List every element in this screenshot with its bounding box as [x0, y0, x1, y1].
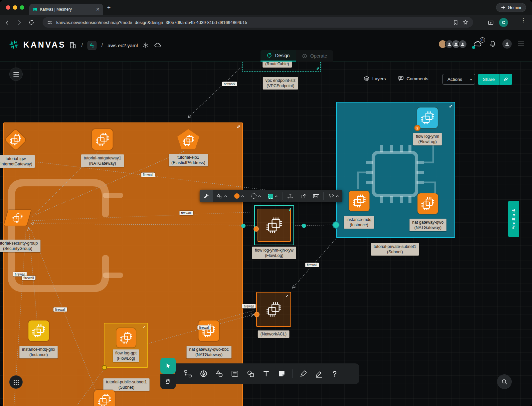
node-flow-log-yhm[interactable]: 2 flow log-yhm (FlowLog) [413, 107, 442, 145]
node-internet-gateway[interactable]: tutorial-igw (InternetGateway) [0, 129, 35, 168]
pen-tool[interactable] [298, 369, 308, 379]
avatar[interactable] [458, 40, 467, 49]
node-partial[interactable] [94, 390, 115, 406]
site-settings-icon[interactable] [47, 20, 52, 25]
layers-button[interactable]: Layers [364, 76, 386, 82]
add-image-button[interactable] [309, 190, 322, 202]
edge-label[interactable]: network [222, 82, 237, 86]
pan-tool-button[interactable] [160, 374, 176, 389]
node-elastic-ip[interactable]: tutorial-eip1 (ElasticIPAddress) [169, 129, 208, 166]
node-instance-mdq[interactable]: instance-mdq (Instance) [344, 191, 374, 229]
browser-menu-icon[interactable]: ⋮ [521, 19, 526, 21]
apps-grid-button[interactable] [9, 375, 23, 389]
pencil-tool[interactable] [314, 369, 324, 379]
resize-text-button[interactable] [283, 190, 297, 202]
back-button[interactable] [3, 18, 12, 27]
save-bookmark-icon[interactable] [453, 20, 458, 25]
connection-handle[interactable] [102, 365, 107, 370]
node-flow-log-selected[interactable] [254, 205, 294, 245]
reload-button[interactable] [27, 18, 36, 27]
cloud-sync-icon[interactable] [154, 41, 162, 49]
border-style-button[interactable] [248, 190, 265, 202]
node-label[interactable]: (NetworkACL) [258, 330, 289, 338]
resize-handle-icon[interactable] [449, 104, 453, 108]
shapes-tool[interactable] [214, 369, 224, 379]
copy-link-button[interactable] [499, 74, 512, 85]
design-canvas[interactable]: (RouteTable) vpc endpoint-slz (VPCEndpoi… [0, 62, 532, 406]
kubernetes-tool[interactable] [199, 369, 209, 379]
node-instance-gnx[interactable]: instance-mdq-gnx (Instance) [19, 320, 58, 358]
minimize-window-button[interactable] [13, 5, 17, 10]
shape-picker-button[interactable] [213, 190, 231, 202]
star-icon[interactable] [462, 19, 468, 25]
zoom-button[interactable] [497, 374, 512, 389]
edge-label[interactable]: firewall [197, 325, 211, 330]
install-app-icon[interactable] [486, 18, 495, 28]
node-label[interactable]: (RouteTable) [263, 62, 292, 68]
browser-profile-avatar[interactable]: C [499, 18, 508, 27]
resize-handle-icon[interactable] [142, 325, 146, 329]
new-tab-button[interactable]: + [107, 5, 111, 11]
provider-status-icon[interactable]: 0 [473, 40, 483, 48]
edge-handle[interactable] [302, 224, 306, 228]
edge-label[interactable]: firewall [22, 276, 35, 280]
resize-handle-icon[interactable] [285, 294, 289, 298]
edge-handle[interactable] [241, 224, 246, 228]
cursor-tool-button[interactable] [160, 358, 176, 374]
connection-handle[interactable] [332, 221, 340, 229]
feedback-tab[interactable]: Feedback [508, 201, 519, 237]
actions-button[interactable]: Actions [443, 74, 467, 84]
share-button[interactable]: Share [478, 74, 499, 85]
forward-button[interactable] [15, 18, 24, 27]
browser-tab[interactable]: Kanvas | Meshery ✕ [29, 4, 103, 15]
edge-label[interactable]: firewall [53, 307, 67, 312]
organization-icon[interactable] [69, 42, 77, 49]
tab-design[interactable]: Design [261, 50, 296, 62]
tab-operate[interactable]: Operate [296, 50, 333, 62]
resize-handle-icon[interactable] [288, 208, 292, 211]
node-nat-gateway-1[interactable]: tutorial-natgateway1 (NATGateway) [81, 129, 124, 167]
node-label[interactable]: vpc endpoint-slz (VPCEndpoint) [263, 77, 298, 90]
connection-handle[interactable] [254, 226, 259, 232]
node-label[interactable]: tutorial-public-subnet1 (Subnet) [103, 378, 150, 391]
close-window-button[interactable] [6, 5, 10, 10]
node-label[interactable]: tutorial-private-subnet1 (Subnet) [371, 243, 419, 256]
address-bar[interactable]: kanvas.new/extension/meshmap?mode=design… [43, 17, 473, 28]
help-button[interactable] [330, 369, 340, 379]
tab-close-icon[interactable]: ✕ [96, 7, 100, 12]
selection-style-button[interactable] [265, 190, 281, 202]
configure-tool-button[interactable] [200, 190, 213, 202]
resize-handle-icon[interactable] [237, 125, 241, 129]
comments-button[interactable]: Comments [398, 76, 428, 82]
connection-handle[interactable] [254, 312, 260, 317]
maximize-window-button[interactable] [20, 5, 24, 10]
node-nat-gateway-qwo[interactable]: nat gateway-qwo (NATGateway) [410, 193, 446, 231]
fill-color-button[interactable] [231, 190, 248, 202]
lasso-tool-button[interactable] [325, 190, 342, 202]
text-tool[interactable] [261, 369, 271, 379]
edge-label[interactable]: firewall [305, 263, 319, 267]
actions-dropdown-arrow[interactable]: ▾ [467, 74, 475, 84]
design-file-name[interactable]: aws ec2.yaml [108, 43, 138, 48]
kanvas-logo[interactable]: KANVAS [9, 39, 66, 50]
media-tool[interactable] [246, 369, 256, 379]
notes-tool[interactable] [230, 369, 240, 379]
gemini-button[interactable]: Gemini [496, 3, 526, 12]
edge-label[interactable]: firewall [179, 211, 193, 215]
node-security-group[interactable]: tutorial-security-group (SecurityGroup) [0, 210, 40, 252]
components-tool[interactable] [183, 369, 193, 379]
collaborator-avatars[interactable] [441, 40, 467, 49]
sticky-note-tool[interactable] [277, 369, 287, 379]
resize-handle-icon[interactable] [316, 67, 319, 70]
edge-label[interactable]: firewall [242, 304, 256, 308]
node-flow-log-gpt[interactable]: flow log-gpt (FlowLog) [104, 323, 148, 368]
node-label[interactable]: flow log-yhm-kjh-xyw (FlowLog) [252, 247, 296, 259]
design-badge-icon[interactable] [88, 41, 96, 50]
snowflake-icon[interactable] [142, 42, 149, 49]
bell-icon[interactable] [489, 40, 496, 48]
app-menu-icon[interactable] [518, 40, 524, 48]
canvas-menu-button[interactable] [9, 68, 23, 81]
account-avatar[interactable] [502, 39, 512, 49]
node-network-acl[interactable] [256, 292, 291, 327]
edge-label[interactable]: firewall [141, 173, 155, 177]
